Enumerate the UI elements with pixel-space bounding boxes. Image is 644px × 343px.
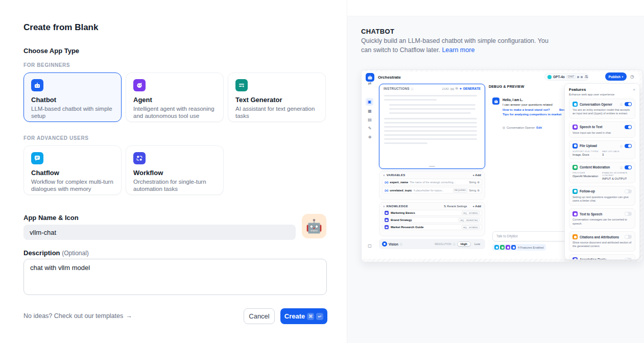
- variables-panel: ∨ VARIABLES + Add {x} expert_name The na…: [379, 171, 485, 200]
- chevron-down-icon: ∨: [622, 75, 624, 78]
- canvas-icon: ▢: [366, 243, 373, 248]
- dialog-title: Create from Blank: [23, 22, 98, 33]
- preview-app-icon: [366, 73, 374, 82]
- create-app-dialog: Create from Blank Choose App Type FOR BE…: [0, 0, 347, 343]
- annotation-reply-icon: [573, 257, 578, 260]
- instructions-title: INSTRUCTIONS: [384, 87, 410, 90]
- resize-handle: [429, 166, 435, 167]
- app-type-card-text-generator[interactable]: Text Generator AI assistant for text gen…: [228, 72, 326, 122]
- app-type-desc: Workflow for complex multi-turn dialogue…: [31, 178, 114, 193]
- app-type-desc: LLM-based chatbot with simple setup: [31, 105, 114, 120]
- model-param-icon: [581, 76, 583, 78]
- sparkle-icon: ✦: [459, 87, 462, 90]
- text-to-speech-icon: [573, 211, 578, 216]
- info-icon: ⓘ: [400, 242, 402, 246]
- learn-more-link[interactable]: Learn more: [442, 46, 474, 54]
- info-description: Quickly build an LLM-based chatbot with …: [361, 37, 551, 55]
- toggle-on: [625, 102, 632, 106]
- feature-citations: Citations and Attributions Show source d…: [569, 231, 635, 252]
- conversation-opener-icon: [573, 102, 578, 107]
- knowledge-row: Brand Strategy HQ · INVERTED: [382, 217, 482, 223]
- model-param-icon: [577, 76, 579, 78]
- edit-link: Edit: [536, 126, 542, 129]
- app-type-card-chatbot[interactable]: Chatbot LLM-based chatbot with simple se…: [23, 72, 122, 122]
- feature-speech-to-text: Speech to Text Voice input can be used i…: [569, 121, 635, 138]
- opener-feature-icon: [494, 245, 499, 250]
- robot-emoji-icon: 🤖: [306, 218, 322, 234]
- toggle-on: [625, 144, 632, 148]
- app-icon-button[interactable]: 🤖: [302, 214, 326, 238]
- instructions-panel: INSTRUCTIONS ⓘ 2182 {x} ⧉ ✦ GENERATE: [379, 84, 485, 169]
- model-settings-icon: ⇅: [585, 75, 588, 79]
- feature-content-moderation: Content Moderation ⓘ PROVIDEROpenAI Mode…: [569, 162, 635, 183]
- exchange-icon: ⇄: [366, 81, 373, 86]
- app-type-name: Text Generator: [235, 96, 318, 104]
- caret-down-icon: ∨: [383, 205, 385, 208]
- cmd-key-icon: ⌘: [307, 313, 314, 320]
- feature-conversation-opener: Conversation Opener ⓘ You are an entity …: [569, 99, 635, 119]
- speech-feature-icon: [506, 245, 510, 250]
- for-beginners-label: FOR BEGINNERS: [23, 62, 70, 68]
- knowledge-row: Marketing Basics HQ · HYBRID: [382, 210, 482, 216]
- vision-setting-row: Vision ⓘ RESOLUTION ⓘ High Low: [379, 239, 485, 249]
- info-icon: ⓘ: [620, 103, 623, 106]
- app-type-name: Chatbot: [31, 96, 114, 104]
- app-name-input[interactable]: [23, 225, 296, 240]
- history-icon: ◷: [630, 74, 634, 79]
- sliders-icon: ⇅: [444, 205, 446, 208]
- model-selector: GPT-4o CHAT ∨: [544, 73, 589, 81]
- app-type-card-chatflow[interactable]: Chatflow Workflow for complex multi-turn…: [23, 145, 122, 195]
- cancel-button[interactable]: Cancel: [244, 308, 275, 324]
- toggle-off: [625, 212, 632, 216]
- app-type-card-agent[interactable]: Agent Intelligent agent with reasoning a…: [126, 72, 224, 122]
- globe-icon: ⊕: [366, 135, 373, 139]
- image-icon: ▦: [366, 109, 373, 113]
- chatbot-icon: [31, 79, 43, 91]
- chatbot-preview-image: Orchestrate GPT-4o CHAT ∨ ⇅ Publish ∨ ◷ …: [361, 69, 643, 262]
- toggle-off: [625, 258, 632, 260]
- for-advanced-users-label: FOR ADVANCED USERS: [23, 135, 88, 141]
- follow-up-icon: [573, 189, 578, 194]
- debug-preview-title: DEBUG & PREVIEW: [489, 85, 524, 88]
- variable-row: {x} unrelated_topic A placeholder for to…: [382, 187, 482, 193]
- app-type-card-workflow[interactable]: Workflow Orchestration for single-turn a…: [126, 145, 224, 195]
- orchestrate-tab-icon: ▣: [366, 98, 373, 106]
- toggle-on: [625, 125, 632, 129]
- variable-icon: {x}: [385, 189, 388, 192]
- upload-feature-icon: [511, 245, 516, 250]
- speech-to-text-icon: [573, 125, 578, 130]
- feature-text-to-speech: Text to Speech Conversation messages can…: [569, 208, 635, 229]
- conversation-opener-row: ◎ Conversation Opener Edit: [503, 126, 542, 129]
- dataset-icon: [385, 211, 389, 215]
- app-type-desc: Intelligent agent with reasoning and aut…: [133, 105, 216, 120]
- preview-app-title: Orchestrate: [378, 75, 401, 80]
- variable-type: String ⚙: [469, 181, 480, 184]
- dataset-icon: [385, 218, 389, 222]
- knowledge-panel: ∨ KNOWLEDGE ⇅ Rerank Settings + Add Mark…: [379, 202, 485, 236]
- features-enabled-badges: 4 Features Enabled: [492, 244, 546, 251]
- content-moderation-icon: [573, 165, 578, 170]
- agent-icon: [133, 79, 146, 91]
- suggestion-row: Tips for analyzing competitors in market: [503, 113, 565, 116]
- description-optional-label: (Optional): [62, 250, 89, 257]
- app-type-name: Agent: [133, 96, 216, 104]
- description-textarea[interactable]: chat with vllm model: [23, 259, 327, 295]
- variable-row: {x} expert_name The name of the strategi…: [382, 179, 482, 185]
- description-label: Description (Optional): [23, 249, 89, 257]
- required-badge: REQUIRED: [453, 188, 468, 192]
- info-icon: ⓘ: [620, 144, 623, 148]
- resolution-low-option: Low: [472, 242, 482, 246]
- workflow-icon: [133, 152, 146, 164]
- enter-key-icon: ↵: [316, 313, 323, 320]
- char-count: 2182: [442, 87, 449, 90]
- app-type-desc: AI assistant for text generation tasks: [235, 105, 318, 120]
- info-icon: ⓘ: [620, 166, 623, 169]
- choose-app-type-label: Choose App Type: [23, 47, 79, 55]
- instructions-skeleton-text: [379, 92, 485, 144]
- gear-icon: ⚙: [477, 189, 480, 192]
- app-type-name: Workflow: [133, 169, 216, 177]
- toggle-off: [625, 189, 632, 193]
- create-button[interactable]: Create ⌘ ↵: [280, 308, 327, 324]
- caret-down-icon: ∨: [383, 174, 385, 177]
- templates-link[interactable]: No ideas? Check out our templates →: [23, 312, 132, 320]
